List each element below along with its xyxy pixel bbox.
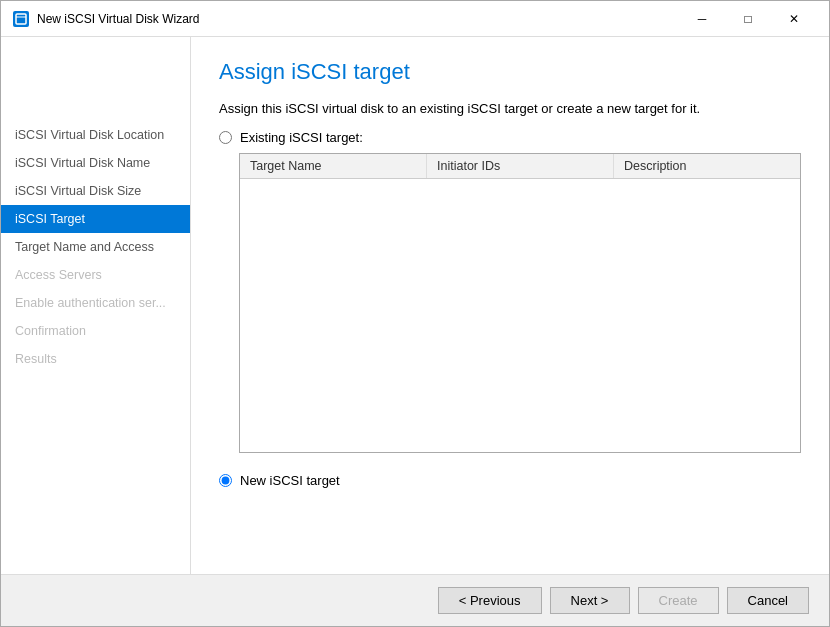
col-description: Description	[614, 154, 800, 178]
next-button[interactable]: Next >	[550, 587, 630, 614]
sidebar-item-iscsi-virtual-disk-size[interactable]: iSCSI Virtual Disk Size	[1, 177, 190, 205]
app-icon	[13, 11, 29, 27]
maximize-button[interactable]: □	[725, 5, 771, 33]
title-bar: New iSCSI Virtual Disk Wizard ─ □ ✕	[1, 1, 829, 37]
sidebar-items: iSCSI Virtual Disk LocationiSCSI Virtual…	[1, 117, 190, 373]
create-button[interactable]: Create	[638, 587, 719, 614]
sidebar-item-iscsi-virtual-disk-location[interactable]: iSCSI Virtual Disk Location	[1, 121, 190, 149]
sidebar-item-iscsi-virtual-disk-name[interactable]: iSCSI Virtual Disk Name	[1, 149, 190, 177]
col-initiator-ids: Initiator IDs	[427, 154, 614, 178]
new-target-radio[interactable]	[219, 474, 232, 487]
sidebar-item-access-servers: Access Servers	[1, 261, 190, 289]
sidebar-item-iscsi-target[interactable]: iSCSI Target	[1, 205, 190, 233]
page-title: Assign iSCSI target	[219, 59, 801, 85]
previous-button[interactable]: < Previous	[438, 587, 542, 614]
description-text: Assign this iSCSI virtual disk to an exi…	[219, 101, 801, 116]
minimize-button[interactable]: ─	[679, 5, 725, 33]
existing-target-radio[interactable]	[219, 131, 232, 144]
existing-targets-table: Target Name Initiator IDs Description	[239, 153, 801, 453]
window-title: New iSCSI Virtual Disk Wizard	[37, 12, 679, 26]
existing-target-radio-row[interactable]: Existing iSCSI target:	[219, 130, 801, 145]
table-header: Target Name Initiator IDs Description	[240, 154, 800, 179]
sidebar-header	[1, 37, 190, 117]
existing-target-label: Existing iSCSI target:	[240, 130, 363, 145]
sidebar-item-results: Results	[1, 345, 190, 373]
col-target-name: Target Name	[240, 154, 427, 178]
window-controls: ─ □ ✕	[679, 5, 817, 33]
new-target-label: New iSCSI target	[240, 473, 340, 488]
main-content-wrapper: Assign iSCSI target Assign this iSCSI vi…	[191, 37, 829, 574]
table-body	[240, 179, 800, 449]
wizard-window: New iSCSI Virtual Disk Wizard ─ □ ✕ iSCS…	[0, 0, 830, 627]
close-button[interactable]: ✕	[771, 5, 817, 33]
page-header: Assign iSCSI target	[191, 37, 829, 101]
cancel-button[interactable]: Cancel	[727, 587, 809, 614]
sidebar: iSCSI Virtual Disk LocationiSCSI Virtual…	[1, 37, 191, 574]
sidebar-item-enable-authentication: Enable authentication ser...	[1, 289, 190, 317]
sidebar-item-confirmation: Confirmation	[1, 317, 190, 345]
footer: < Previous Next > Create Cancel	[1, 574, 829, 626]
sidebar-item-target-name-and-access[interactable]: Target Name and Access	[1, 233, 190, 261]
main-content: Assign this iSCSI virtual disk to an exi…	[191, 101, 829, 574]
new-target-radio-row[interactable]: New iSCSI target	[219, 473, 801, 488]
svg-rect-0	[16, 14, 26, 24]
